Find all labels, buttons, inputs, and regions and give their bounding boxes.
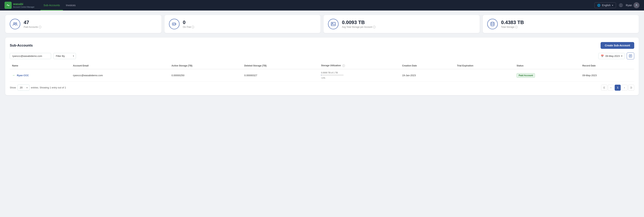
- util-bar-inner: [321, 74, 321, 76]
- cell-status: Paid Account: [514, 69, 580, 81]
- util-text: 0.0000 TB of 1 TB: [321, 71, 398, 74]
- language-label: English: [602, 4, 610, 7]
- stat-card-avg-storage: 0.0093 TB Avg Total Storage per Account …: [324, 15, 480, 33]
- svg-rect-7: [331, 22, 335, 26]
- logo-text: wasabi Account Control Manager: [13, 2, 34, 8]
- svg-point-1: [636, 4, 637, 6]
- util-bar-outer: [321, 74, 344, 76]
- on-trial-value: 0: [183, 20, 194, 25]
- nav-sub-accounts[interactable]: Sub-Accounts: [40, 0, 63, 10]
- svg-point-3: [16, 23, 17, 24]
- filters-row: Filter By 📅 09-May-2023 ▾: [10, 52, 634, 59]
- status-badge: Paid Account: [516, 73, 535, 78]
- tag-icon: [172, 21, 177, 27]
- cell-record-date: 09-May-2023: [580, 69, 634, 81]
- cell-active-storage: 0.00000250: [169, 69, 242, 81]
- stat-info-paid: 47 Paid Accounts i: [24, 20, 41, 28]
- account-name-link[interactable]: Ryan CCC: [17, 74, 29, 77]
- col-record-date: Record Date: [580, 62, 634, 69]
- paid-accounts-info-icon[interactable]: i: [39, 26, 41, 28]
- avg-storage-label: Avg Total Storage per Account i: [342, 26, 376, 28]
- main-nav: Sub-Accounts Invoices: [40, 0, 78, 10]
- table-row: → Ryan CCC ryanccc@wasabidemo.com 0.0000…: [10, 69, 634, 81]
- table-wrap: Name Account Email Active Storage (TB) D…: [10, 62, 634, 81]
- globe-icon: 🌐: [597, 4, 600, 7]
- date-value: 09-May-2023: [605, 55, 620, 57]
- on-trial-icon-wrap: [169, 19, 180, 29]
- on-trial-info-icon[interactable]: i: [192, 26, 194, 28]
- export-button[interactable]: [627, 52, 634, 59]
- util-pct: <1%: [321, 77, 398, 79]
- cell-storage-util: 0.0000 TB of 1 TB <1%: [319, 69, 400, 81]
- svg-rect-4: [172, 23, 176, 25]
- image-icon: [331, 21, 336, 27]
- calendar-icon: 📅: [601, 55, 604, 57]
- cell-deleted-storage: 0.00000327: [242, 69, 319, 81]
- paid-accounts-icon-wrap: [10, 19, 20, 29]
- chevron-down-icon: ▾: [621, 55, 622, 57]
- stat-cards: 47 Paid Accounts i 0 On-Trial: [5, 15, 639, 33]
- stat-card-paid-accounts: 47 Paid Accounts i: [5, 15, 162, 33]
- storage-util-info-icon[interactable]: i: [342, 64, 345, 67]
- entries-text: entries. Showing 1 entry out of 1: [31, 86, 66, 89]
- col-deleted-storage: Deleted Storage (TB): [242, 62, 319, 69]
- svg-point-8: [332, 23, 333, 24]
- filter-by-select[interactable]: Filter By: [54, 53, 76, 59]
- avg-storage-icon-wrap: [328, 19, 338, 29]
- filter-by-wrap: Filter By: [54, 53, 76, 59]
- cell-trial-expiry: [455, 69, 514, 81]
- avg-storage-info-icon[interactable]: i: [373, 26, 376, 28]
- header: wasabi Account Control Manager Sub-Accou…: [0, 0, 644, 10]
- stat-info-trial: 0 On-Trial i: [183, 20, 194, 28]
- col-trial-expiry: Trial Expiration: [455, 62, 514, 69]
- show-select-wrap: 20 10 50 100: [18, 84, 30, 91]
- page-1-button[interactable]: 1: [615, 85, 621, 91]
- stat-card-on-trial: 0 On-Trial i: [164, 15, 321, 33]
- total-storage-label: Total Storage i: [501, 26, 524, 28]
- chevron-down-icon: ▾: [612, 4, 613, 6]
- logo-area: wasabi Account Control Manager: [4, 2, 34, 9]
- stat-info-total: 0.4383 TB Total Storage i: [501, 20, 524, 28]
- first-page-button[interactable]: ⟨⟨: [601, 85, 607, 91]
- user-area[interactable]: Ryan: [626, 2, 640, 8]
- last-page-button[interactable]: ⟩⟩: [628, 85, 634, 91]
- help-icon[interactable]: ⓪: [619, 3, 623, 8]
- users-icon: [12, 21, 18, 27]
- total-storage-info-icon[interactable]: i: [515, 26, 518, 28]
- header-right: 🌐 English ▾ ⓪ Ryan: [594, 2, 640, 8]
- sub-accounts-section: Sub-Accounts Create Sub-Account Filter B…: [5, 37, 639, 95]
- page-buttons: ⟨⟨ ‹ 1 › ⟩⟩: [601, 85, 634, 91]
- section-header: Sub-Accounts Create Sub-Account: [10, 42, 634, 49]
- show-wrap: Show 20 10 50 100 entries. Showing 1 ent…: [10, 84, 66, 91]
- language-selector[interactable]: 🌐 English ▾: [594, 2, 616, 8]
- search-input[interactable]: [10, 53, 51, 59]
- util-wrap: 0.0000 TB of 1 TB <1%: [321, 71, 398, 79]
- col-creation-date: Creation Date: [400, 62, 455, 69]
- total-storage-icon-wrap: [487, 19, 498, 29]
- export-icon: [629, 54, 632, 58]
- date-selector[interactable]: 📅 09-May-2023 ▾: [598, 53, 625, 59]
- avg-storage-value: 0.0093 TB: [342, 20, 376, 25]
- show-entries-select[interactable]: 20 10 50 100: [18, 84, 30, 91]
- show-label: Show: [10, 86, 16, 89]
- cell-email: ryanccc@wasabidemo.com: [71, 69, 169, 81]
- next-page-button[interactable]: ›: [622, 85, 628, 91]
- col-status: Status: [514, 62, 580, 69]
- filters-left: Filter By: [10, 53, 76, 59]
- create-sub-account-button[interactable]: Create Sub-Account: [600, 42, 634, 49]
- nav-invoices[interactable]: Invoices: [63, 0, 78, 10]
- col-active-storage: Active Storage (TB): [169, 62, 242, 69]
- avatar: [634, 2, 640, 8]
- prev-page-button[interactable]: ‹: [608, 85, 614, 91]
- filters-right: 📅 09-May-2023 ▾: [598, 52, 634, 59]
- svg-point-2: [14, 22, 15, 24]
- pagination-row: Show 20 10 50 100 entries. Showing 1 ent…: [10, 81, 634, 91]
- wasabi-logo-icon: [4, 2, 12, 9]
- stat-info-avg: 0.0093 TB Avg Total Storage per Account …: [342, 20, 376, 28]
- brand-subtitle: Account Control Manager: [13, 6, 34, 8]
- cell-creation-date: 19-Jan-2023: [400, 69, 455, 81]
- col-storage-util: Storage Utilization i: [319, 62, 400, 69]
- database-icon: [490, 21, 495, 27]
- col-name: Name: [10, 62, 71, 69]
- table-body: → Ryan CCC ryanccc@wasabidemo.com 0.0000…: [10, 69, 634, 81]
